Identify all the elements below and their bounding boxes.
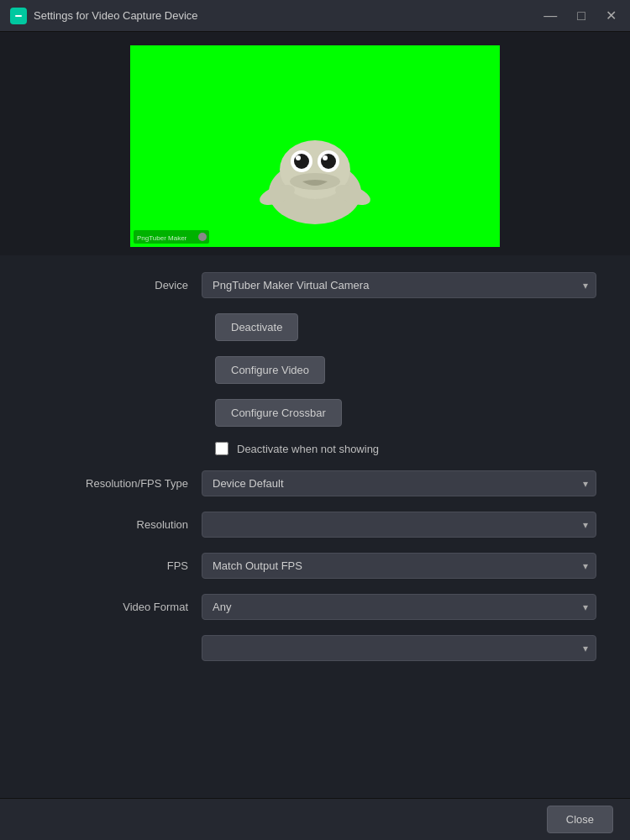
deactivate-row: Deactivate [34,313,596,341]
fps-select-wrapper: Match Output FPS ▾ [202,553,596,579]
video-format-row: Video Format Any ▾ [34,594,596,620]
resolution-fps-select-wrapper: Device Default Custom ▾ [202,470,596,496]
preview-area: PngTuber Maker [0,32,630,255]
resolution-row: Resolution ▾ [34,512,596,538]
configure-video-button[interactable]: Configure Video [215,356,325,384]
extra-select[interactable] [202,635,596,661]
deactivate-checkbox[interactable] [215,442,228,455]
device-select-wrapper: PngTuber Maker Virtual Camera ▾ [202,272,596,298]
extra-control: ▾ [202,635,596,661]
configure-video-row: Configure Video [34,356,596,384]
minimize-button[interactable]: — [540,8,560,24]
title-bar: Settings for Video Capture Device — □ ✕ [0,0,630,32]
configure-crossbar-row: Configure Crossbar [34,399,596,427]
maximize-button[interactable]: □ [574,8,589,24]
fps-label: FPS [34,559,202,572]
svg-rect-1 [15,15,22,17]
fps-select[interactable]: Match Output FPS [202,553,596,579]
close-button[interactable]: Close [547,806,613,833]
resolution-control: ▾ [202,512,596,538]
close-window-button[interactable]: ✕ [602,8,620,24]
resolution-select[interactable] [202,512,596,538]
deactivate-button[interactable]: Deactivate [215,313,298,341]
video-format-select-wrapper: Any ▾ [202,594,596,620]
video-format-control: Any ▾ [202,594,596,620]
video-format-select[interactable]: Any [202,594,596,620]
resolution-fps-select[interactable]: Device Default Custom [202,470,596,496]
deactivate-checkbox-row: Deactivate when not showing [34,442,596,455]
svg-point-16 [198,233,207,241]
resolution-fps-row: Resolution/FPS Type Device Default Custo… [34,470,596,496]
svg-point-10 [323,155,328,160]
fps-control: Match Output FPS ▾ [202,553,596,579]
svg-point-7 [296,155,301,160]
window-title: Settings for Video Capture Device [34,9,198,22]
device-control: PngTuber Maker Virtual Camera ▾ [202,272,596,298]
settings-form: Device PngTuber Maker Virtual Camera ▾ D… [0,255,630,693]
preview-svg: PngTuber Maker [130,45,500,247]
resolution-fps-label: Resolution/FPS Type [34,477,202,490]
resolution-label: Resolution [34,518,202,531]
fps-row: FPS Match Output FPS ▾ [34,553,596,579]
configure-crossbar-button[interactable]: Configure Crossbar [215,399,342,427]
video-preview: PngTuber Maker [130,45,500,247]
extra-select-wrapper: ▾ [202,635,596,661]
video-format-label: Video Format [34,601,202,613]
extra-row: ▾ [34,635,596,661]
title-bar-left: Settings for Video Capture Device [10,8,198,24]
window-controls: — □ ✕ [540,8,620,24]
device-row: Device PngTuber Maker Virtual Camera ▾ [34,272,596,298]
bottom-bar: Close [0,798,630,840]
app-icon [10,8,27,24]
device-label: Device [34,279,202,291]
resolution-select-wrapper: ▾ [202,512,596,538]
resolution-fps-control: Device Default Custom ▾ [202,470,596,496]
svg-text:PngTuber Maker: PngTuber Maker [137,234,187,242]
svg-point-9 [321,154,336,169]
svg-point-6 [294,154,309,169]
deactivate-checkbox-label: Deactivate when not showing [237,443,379,455]
device-select[interactable]: PngTuber Maker Virtual Camera [202,272,596,298]
